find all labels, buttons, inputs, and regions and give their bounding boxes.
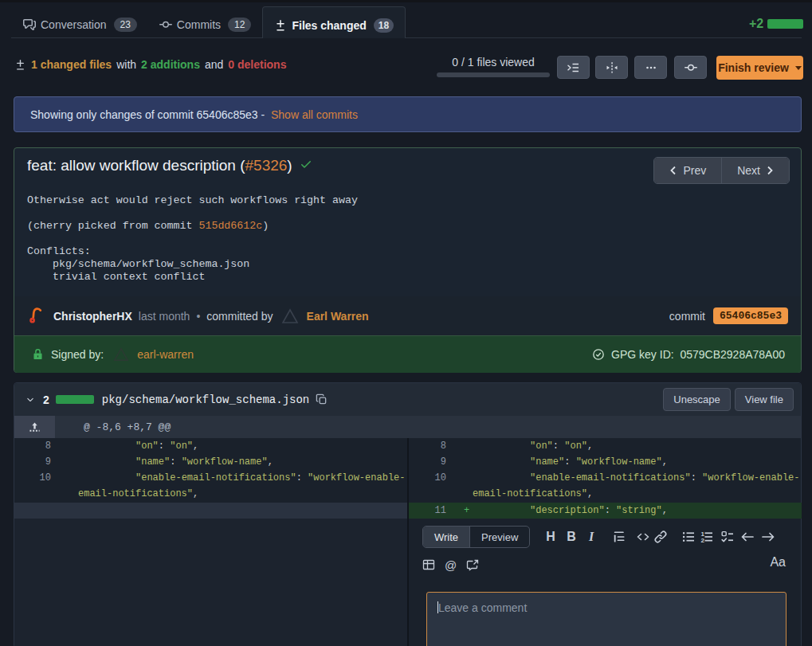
svg-text:2: 2 [700, 537, 704, 543]
